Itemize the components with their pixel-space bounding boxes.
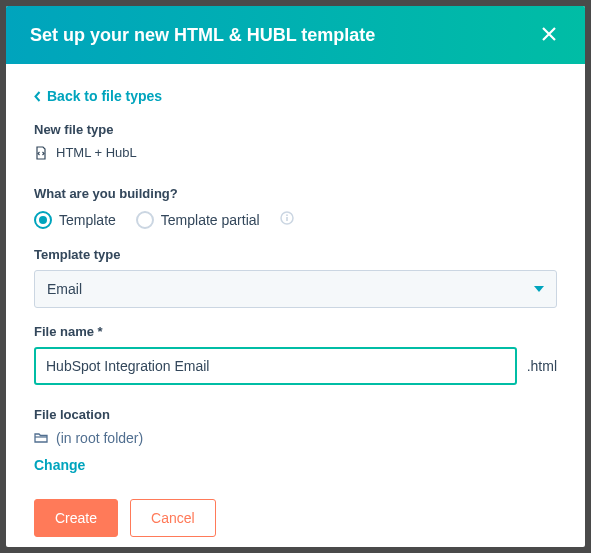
- file-location-row: (in root folder): [34, 430, 557, 446]
- file-type-value: HTML + HubL: [56, 145, 137, 160]
- building-radio-group: Template Template partial: [34, 211, 557, 229]
- radio-template[interactable]: Template: [34, 211, 116, 229]
- modal-body: Back to file types New file type HTML + …: [6, 64, 585, 547]
- svg-rect-2: [286, 217, 288, 221]
- code-file-icon: [34, 146, 48, 160]
- file-name-row: .html: [34, 347, 557, 385]
- close-icon: [541, 26, 557, 42]
- chevron-left-icon: [34, 91, 41, 102]
- change-location-link[interactable]: Change: [34, 457, 85, 473]
- file-name-input[interactable]: [34, 347, 517, 385]
- radio-input-template[interactable]: [34, 211, 52, 229]
- radio-label-template: Template: [59, 212, 116, 228]
- select-value: Email: [47, 281, 82, 297]
- template-type-label: Template type: [34, 247, 557, 262]
- file-extension-label: .html: [527, 358, 557, 374]
- folder-icon: [34, 432, 48, 444]
- modal-dialog: Set up your new HTML & HUBL template Bac…: [6, 6, 585, 547]
- close-button[interactable]: [537, 20, 561, 51]
- modal-footer: Create Cancel: [34, 499, 557, 537]
- template-type-select[interactable]: Email: [34, 270, 557, 308]
- svg-point-1: [286, 214, 288, 216]
- radio-label-partial: Template partial: [161, 212, 260, 228]
- file-name-label: File name *: [34, 324, 557, 339]
- create-button[interactable]: Create: [34, 499, 118, 537]
- cancel-button[interactable]: Cancel: [130, 499, 216, 537]
- info-icon[interactable]: [280, 211, 294, 229]
- new-file-type-label: New file type: [34, 122, 557, 137]
- caret-down-icon: [534, 286, 544, 292]
- file-location-label: File location: [34, 407, 557, 422]
- modal-header: Set up your new HTML & HUBL template: [6, 6, 585, 64]
- modal-title: Set up your new HTML & HUBL template: [30, 25, 375, 46]
- back-link[interactable]: Back to file types: [34, 88, 557, 104]
- file-type-row: HTML + HubL: [34, 145, 557, 160]
- file-location-value: (in root folder): [56, 430, 143, 446]
- back-link-label: Back to file types: [47, 88, 162, 104]
- radio-template-partial[interactable]: Template partial: [136, 211, 260, 229]
- radio-input-partial[interactable]: [136, 211, 154, 229]
- building-question-label: What are you building?: [34, 186, 557, 201]
